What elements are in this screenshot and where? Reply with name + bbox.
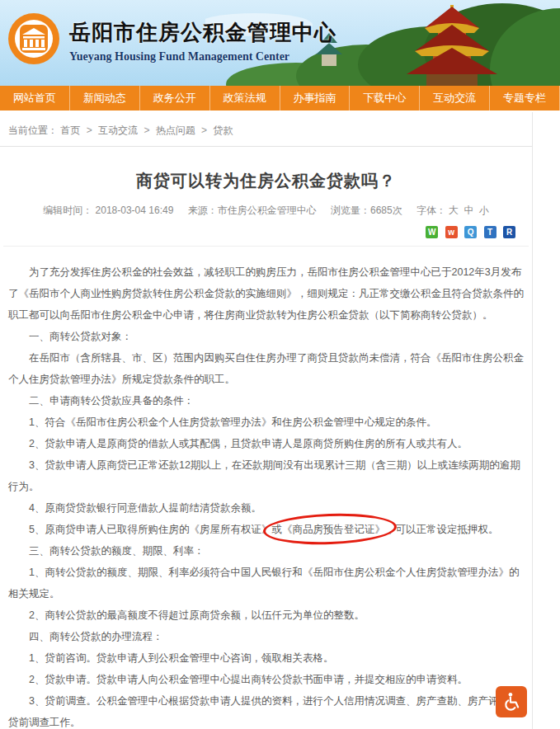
content-panel: 当前位置： 首页 > 互动交流 > 热点问题 > 贷款 商贷可以转为住房公积金贷… bbox=[0, 112, 533, 729]
main-nav: 网站首页 新闻动态 政务公开 政策法规 办事指南 下载中心 互动交流 专题专栏 bbox=[0, 86, 560, 111]
breadcrumb-separator: > bbox=[87, 125, 92, 136]
article-paragraph: 1、符合《岳阳市住房公积金个人住房贷款管理办法》和住房公积金管理中心规定的条件。 bbox=[8, 412, 524, 433]
article-paragraph: 1、贷前咨询。贷款申请人到公积金管理中心咨询，领取相关表格。 bbox=[8, 647, 524, 669]
nav-item-news[interactable]: 新闻动态 bbox=[69, 86, 139, 111]
nav-item-policies[interactable]: 政策法规 bbox=[209, 86, 280, 111]
article-paragraph: 1、商转公贷款的额度、期限、利率必须符合中国人民银行和《岳阳市住房公积金个人住房… bbox=[8, 562, 524, 604]
breadcrumb-link-home[interactable]: 首页 bbox=[60, 125, 80, 136]
nav-item-gov-info[interactable]: 政务公开 bbox=[139, 86, 209, 111]
breadcrumb-label: 当前位置： bbox=[8, 125, 58, 136]
edit-time-value: 2018-03-04 16:49 bbox=[96, 205, 174, 216]
article-body: 为了充分发挥住房公积金的社会效益，减轻职工的购房压力，岳阳市住房公积金管理中心已… bbox=[0, 247, 532, 729]
site-title: 岳阳市住房公积金管理中心 bbox=[69, 18, 336, 47]
nav-item-interaction[interactable]: 互动交流 bbox=[419, 86, 489, 111]
paragraph-text-after-circle: ，可以正常设定抵押权。 bbox=[385, 524, 499, 535]
breadcrumb: 当前位置： 首页 > 互动交流 > 热点问题 > 贷款 bbox=[0, 120, 532, 146]
article-paragraph: 2、商转公贷款的最高额度不得超过原商贷余额，以伍仟元为单位的整数。 bbox=[8, 604, 524, 626]
source-value: 市住房公积金管理中心 bbox=[218, 205, 317, 216]
header-banner: 岳阳市住房公积金管理中心 Yueyang Housing Fund Manage… bbox=[0, 0, 560, 86]
accessibility-widget-button[interactable] bbox=[496, 686, 527, 717]
views-label: 浏览量： bbox=[331, 205, 370, 216]
wheelchair-icon bbox=[501, 691, 522, 713]
article-paragraph: 4、原商贷贷款银行同意借款人提前结清贷款余额。 bbox=[8, 497, 524, 519]
breadcrumb-separator: > bbox=[144, 125, 149, 136]
breadcrumb-divider bbox=[0, 146, 532, 147]
views-value: 6685次 bbox=[370, 205, 402, 216]
share-bar: W w Q T R bbox=[0, 224, 515, 238]
article-paragraph: 为了充分发挥住房公积金的社会效益，减轻职工的购房压力，岳阳市住房公积金管理中心已… bbox=[8, 261, 524, 326]
breadcrumb-link-hot-issues[interactable]: 热点问题 bbox=[156, 125, 195, 136]
article-paragraph: 一、商转公贷款对象： bbox=[8, 326, 524, 347]
site-subtitle: Yueyang Housing Fund Management Center bbox=[69, 50, 336, 63]
breadcrumb-link-interaction[interactable]: 互动交流 bbox=[98, 125, 138, 136]
font-size-label: 字体： bbox=[416, 205, 446, 216]
breadcrumb-link-loans[interactable]: 贷款 bbox=[213, 125, 233, 136]
page: 岳阳市住房公积金管理中心 Yueyang Housing Fund Manage… bbox=[0, 0, 560, 729]
font-size-small[interactable]: 小 bbox=[479, 205, 489, 216]
article-paragraph: 2、贷款申请。贷款申请人向公积金管理中心提出商转公贷款书面申请，并提交相应的申请… bbox=[8, 669, 524, 690]
source-label: 来源： bbox=[188, 205, 218, 216]
article-paragraph: 三、商转公贷款的额度、期限、利率： bbox=[8, 540, 524, 562]
wechat-share-icon[interactable]: W bbox=[426, 226, 438, 238]
article-paragraph: 3、贷款申请人原商贷已正常还款12期以上，在还款期间没有出现累计三期（含三期）以… bbox=[8, 454, 524, 497]
article-paragraph: 2、贷款申请人是原商贷的借款人或其配偶，且贷款申请人是原商贷所购住房的所有人或共… bbox=[8, 433, 524, 454]
circled-text-wrap: 或《商品房预告登记证》 bbox=[271, 519, 385, 540]
tieba-share-icon[interactable]: T bbox=[484, 226, 496, 238]
breadcrumb-separator: > bbox=[201, 125, 207, 136]
article-meta: 编辑时间： 2018-03-04 16:49 来源：市住房公积金管理中心 浏览量… bbox=[0, 204, 532, 218]
circled-text: 或《商品房预告登记证》 bbox=[271, 524, 385, 535]
article-paragraph: 3、贷前调查。公积金管理中心根据贷款申请人提供的资料，进行个人信用情况调查、房产… bbox=[8, 690, 524, 729]
nav-item-special[interactable]: 专题专栏 bbox=[489, 86, 560, 111]
article-paragraph-circled: 5、原商贷申请人已取得所购住房的《房屋所有权证》或《商品房预告登记证》，可以正常… bbox=[8, 519, 524, 540]
article-title: 商贷可以转为住房公积金贷款吗？ bbox=[0, 170, 532, 192]
edit-time-label: 编辑时间： bbox=[43, 205, 92, 216]
nav-item-guide[interactable]: 办事指南 bbox=[280, 86, 350, 111]
weibo-share-icon[interactable]: w bbox=[445, 226, 458, 238]
site-logo-icon bbox=[7, 12, 61, 66]
nav-item-downloads[interactable]: 下载中心 bbox=[349, 86, 419, 111]
article-paragraph: 四、商转公贷款的办理流程： bbox=[8, 626, 524, 647]
article-paragraph: 二、申请商转公贷款应具备的条件： bbox=[8, 390, 524, 412]
font-size-medium[interactable]: 中 bbox=[464, 205, 473, 216]
font-size-large[interactable]: 大 bbox=[449, 205, 459, 216]
article-paragraph: 在岳阳市（含所辖县、市、区）范围内因购买自住住房办理了商贷且贷款尚未偿清，符合《… bbox=[8, 347, 524, 390]
qzone-share-icon[interactable]: Q bbox=[464, 226, 477, 238]
nav-item-home[interactable]: 网站首页 bbox=[0, 86, 69, 111]
paragraph-text-before-circle: 5、原商贷申请人已取得所购住房的《房屋所有权证》 bbox=[29, 524, 271, 535]
renren-share-icon[interactable]: R bbox=[503, 226, 515, 238]
